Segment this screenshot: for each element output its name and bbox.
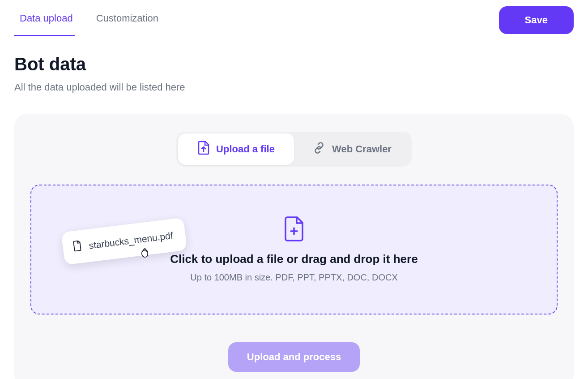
mode-upload-label: Upload a file [216, 143, 275, 155]
tabs: Data upload Customization [14, 4, 471, 36]
link-icon [312, 141, 326, 157]
tab-data-upload[interactable]: Data upload [14, 4, 75, 36]
dropzone-hint: Up to 100MB in size. PDF, PPT, PPTX, DOC… [190, 272, 397, 283]
document-icon [72, 240, 82, 254]
mode-web-crawler[interactable]: Web Crawler [294, 134, 410, 165]
dragging-file-name: starbucks_menu.pdf [88, 230, 174, 251]
mode-upload-file[interactable]: Upload a file [178, 134, 294, 165]
tab-customization[interactable]: Customization [91, 4, 160, 36]
mode-switch: Upload a file Web Crawler [176, 132, 412, 167]
mode-crawler-label: Web Crawler [332, 143, 392, 155]
file-upload-icon [197, 141, 210, 158]
file-add-icon [283, 216, 305, 243]
upload-process-button[interactable]: Upload and process [228, 342, 360, 372]
dropzone[interactable]: Click to upload a file or drag and drop … [30, 185, 558, 314]
page-title: Bot data [14, 54, 574, 74]
page-subtitle: All the data uploaded will be listed her… [14, 82, 574, 93]
dragging-file-chip: starbucks_menu.pdf [61, 218, 187, 265]
dropzone-title: Click to upload a file or drag and drop … [170, 252, 418, 266]
upload-panel: Upload a file Web Crawler Click to uploa… [14, 114, 574, 379]
save-button[interactable]: Save [499, 6, 574, 34]
